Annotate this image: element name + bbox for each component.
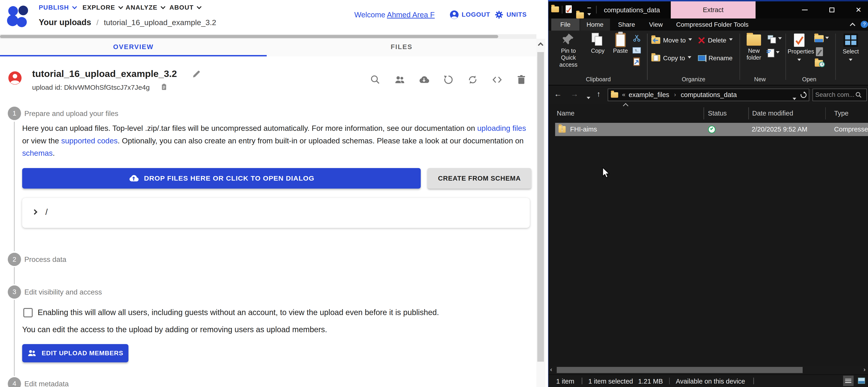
step-3-label: Edit visibility and access xyxy=(25,288,102,296)
ribbon-tab-bar: File Home Share View Compressed Folder T… xyxy=(549,19,868,31)
units-button[interactable]: UNITS xyxy=(494,10,527,20)
collapse-ribbon-icon[interactable] xyxy=(850,23,856,28)
paste-button[interactable]: Paste xyxy=(611,33,630,54)
crumb-ellipsis-icon[interactable]: « xyxy=(622,91,625,98)
menu-file[interactable]: File xyxy=(551,19,580,31)
easy-access-button[interactable] xyxy=(768,49,780,57)
open-folder-icon xyxy=(814,35,824,42)
pin-label-2: access xyxy=(559,62,578,68)
breadcrumb-computations-data[interactable]: computations_data xyxy=(681,91,737,99)
user-link[interactable]: Ahmed Area F xyxy=(387,10,435,19)
download-files-icon[interactable] xyxy=(418,74,429,85)
extract-context-tab[interactable]: Extract xyxy=(671,1,755,19)
select-button[interactable]: Select xyxy=(839,33,863,65)
close-button[interactable]: ✕ xyxy=(850,1,867,19)
quick-access-properties-icon[interactable] xyxy=(566,5,572,13)
separator xyxy=(647,34,647,80)
nomad-logo xyxy=(5,4,30,29)
menu-home[interactable]: Home xyxy=(580,19,610,31)
logout-button[interactable]: LOGOUT xyxy=(450,10,490,20)
reload-icon[interactable] xyxy=(443,74,454,85)
cut-button[interactable] xyxy=(632,34,641,44)
expand-root-icon[interactable] xyxy=(32,209,37,215)
address-bar[interactable]: « example_files › computations_data xyxy=(608,89,809,101)
properties-button[interactable]: Properties xyxy=(787,33,811,65)
nav-analyze[interactable]: ANALYZE xyxy=(126,4,165,11)
scroll-left-icon[interactable]: ‹ xyxy=(550,366,552,373)
column-status[interactable]: Status xyxy=(708,110,727,117)
delete-button[interactable]: Delete xyxy=(698,37,733,44)
delete-icon[interactable] xyxy=(516,74,527,85)
copy-id-icon[interactable] xyxy=(160,83,168,91)
column-name[interactable]: Name xyxy=(557,110,574,117)
menu-share[interactable]: Share xyxy=(613,19,640,31)
api-icon[interactable] xyxy=(492,74,502,85)
breadcrumb-example-files[interactable]: example_files xyxy=(629,91,670,99)
menu-view[interactable]: View xyxy=(643,19,669,31)
back-icon[interactable]: ← xyxy=(554,90,562,98)
separator[interactable] xyxy=(748,107,749,119)
copy-path-button[interactable]: \\.. xyxy=(632,47,641,54)
new-folder-button[interactable]: Newfolder xyxy=(742,33,766,61)
history-button[interactable] xyxy=(815,60,823,67)
search-icon[interactable] xyxy=(370,74,381,85)
quick-access-new-folder-icon[interactable] xyxy=(576,12,584,19)
scroll-up-icon[interactable] xyxy=(538,42,543,48)
recent-locations-icon[interactable] xyxy=(587,93,590,103)
separator[interactable] xyxy=(704,107,704,119)
maximize-button[interactable] xyxy=(824,1,840,19)
search-input[interactable] xyxy=(815,91,855,98)
supported-codes-link[interactable]: supported codes xyxy=(61,137,118,145)
tab-files[interactable]: FILES xyxy=(267,43,536,51)
column-date-modified[interactable]: Date modified xyxy=(752,110,793,117)
nav-explore[interactable]: EXPLORE xyxy=(83,4,123,11)
edit-upload-members-button[interactable]: EDIT UPLOAD MEMBERS xyxy=(22,344,128,362)
vertical-scrollbar-thumb[interactable] xyxy=(537,52,544,362)
horizontal-scrollbar-thumb[interactable] xyxy=(0,35,498,38)
thumbnail-view-button[interactable] xyxy=(856,376,867,386)
create-from-schema-button[interactable]: CREATE FROM SCHEMA xyxy=(427,168,531,188)
nav-publish[interactable]: PUBLISH xyxy=(39,4,76,11)
horizontal-scrollbar[interactable]: ‹ › xyxy=(549,365,868,375)
forward-icon[interactable]: → xyxy=(571,90,579,98)
minimize-button[interactable] xyxy=(797,1,813,19)
breadcrumb-root[interactable]: Your uploads xyxy=(39,17,91,27)
help-icon[interactable]: ? xyxy=(861,21,868,28)
create-from-schema-label: CREATE FROM SCHEMA xyxy=(438,175,521,182)
edit-title-pencil-icon[interactable] xyxy=(192,70,201,78)
schemas-link[interactable]: schemas xyxy=(22,149,53,157)
copy-button[interactable]: Copy xyxy=(588,33,608,54)
quick-access-dropdown-icon[interactable] xyxy=(587,7,591,20)
file-row-fhi-aims[interactable]: FHI-aims 2/20/2025 9:52 AM Compresse xyxy=(555,123,868,136)
horizontal-scrollbar-thumb[interactable] xyxy=(557,367,802,373)
pin-to-quick-access-button[interactable]: Pin to Quickaccess xyxy=(553,33,584,68)
column-type[interactable]: Type xyxy=(834,110,848,117)
refresh-icon[interactable] xyxy=(800,91,807,99)
open-button[interactable] xyxy=(814,35,829,42)
copy-to-button[interactable]: Copy to xyxy=(651,55,691,62)
new-item-button[interactable] xyxy=(768,35,782,43)
quick-access-folder-icon[interactable] xyxy=(551,6,559,12)
menu-compressed-folder-tools[interactable]: Compressed Folder Tools xyxy=(674,19,751,31)
search-box[interactable] xyxy=(812,89,867,101)
vertical-scrollbar[interactable] xyxy=(536,39,545,387)
members-icon[interactable] xyxy=(394,74,405,85)
tab-overview[interactable]: OVERVIEW xyxy=(0,43,267,51)
up-icon[interactable]: ↑ xyxy=(597,90,600,98)
visibility-checkbox[interactable] xyxy=(23,308,33,317)
horizontal-scrollbar[interactable] xyxy=(0,34,536,39)
uploading-files-link[interactable]: uploading files xyxy=(477,124,526,133)
scroll-right-icon[interactable]: › xyxy=(863,366,866,373)
reprocess-icon[interactable] xyxy=(467,74,478,85)
edit-button[interactable] xyxy=(816,47,823,56)
details-view-button[interactable] xyxy=(843,376,854,386)
rename-button[interactable]: Rename xyxy=(698,55,733,62)
paste-shortcut-button[interactable] xyxy=(633,57,640,66)
address-dropdown-icon[interactable] xyxy=(793,94,796,104)
move-to-button[interactable]: Move to xyxy=(651,37,692,44)
file-tree-root[interactable]: / xyxy=(45,207,48,217)
nav-about[interactable]: ABOUT xyxy=(169,4,201,11)
separator[interactable] xyxy=(825,107,826,119)
title-bar[interactable]: computations_data Extract ✕ xyxy=(549,1,868,19)
drop-files-button[interactable]: DROP FILES HERE OR CLICK TO OPEN DIALOG xyxy=(22,168,421,188)
